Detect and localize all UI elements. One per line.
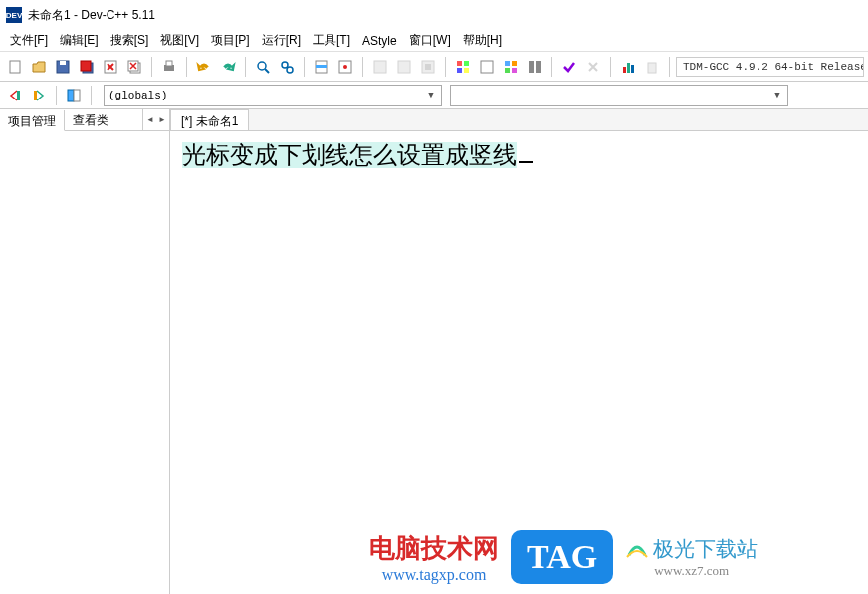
context-toolbar: (globals) ▼ ▼	[0, 82, 868, 109]
toolbar-separator	[304, 57, 305, 77]
toolbar-separator	[151, 57, 152, 77]
aurora-logo-icon	[625, 537, 649, 561]
debug-grid2-button[interactable]	[476, 56, 498, 78]
toolbar-separator	[669, 57, 670, 77]
close-all-button[interactable]	[123, 56, 145, 78]
toolbar-separator	[551, 57, 552, 77]
svg-rect-15	[316, 65, 327, 68]
replace-button[interactable]	[276, 56, 298, 78]
code-editor[interactable]: 光标变成下划线怎么设置成竖线 电脑技术网 www.tagxp.com TAG 极…	[170, 131, 868, 594]
chevron-down-icon: ▼	[769, 88, 785, 103]
menu-file[interactable]: 文件[F]	[4, 30, 54, 51]
goto-button[interactable]	[311, 56, 332, 78]
text-cursor-underscore-icon	[519, 161, 533, 163]
toolbar-separator	[362, 57, 363, 77]
svg-rect-38	[34, 91, 37, 100]
svg-rect-26	[481, 61, 493, 73]
tab-nav-right-icon[interactable]: ►	[156, 115, 168, 124]
new-file-button[interactable]	[4, 56, 26, 78]
member-combo[interactable]: ▼	[450, 85, 788, 106]
debug-grid1-button[interactable]	[452, 56, 474, 78]
bookmark-panel-button[interactable]	[63, 85, 85, 106]
compiler-selector[interactable]: TDM-GCC 4.9.2 64-bit Release	[676, 57, 864, 77]
save-all-button[interactable]	[76, 56, 98, 78]
print-button[interactable]	[158, 56, 180, 78]
menu-view[interactable]: 视图[V]	[154, 30, 205, 51]
debug-stop-button[interactable]	[582, 56, 604, 78]
main-area: 项目管理 查看类 ◄ ► [*] 未命名1 光标变成下划线怎么设置成竖线 电脑技…	[0, 109, 868, 594]
svg-rect-33	[623, 67, 626, 73]
delete-button[interactable]	[641, 56, 663, 78]
toolbar-separator	[91, 86, 92, 105]
profile-button[interactable]	[617, 56, 639, 78]
open-button[interactable]	[28, 56, 50, 78]
watermark-site1-name: 电脑技术网	[369, 531, 499, 566]
undo-button[interactable]	[193, 56, 215, 78]
svg-rect-39	[68, 90, 74, 101]
window-title: 未命名1 - Dev-C++ 5.11	[28, 7, 155, 24]
svg-rect-0	[10, 61, 20, 73]
watermark-site1: 电脑技术网 www.tagxp.com	[369, 531, 499, 584]
file-tab-unnamed1[interactable]: [*] 未命名1	[170, 109, 249, 130]
menu-project[interactable]: 项目[P]	[205, 30, 256, 51]
svg-line-11	[265, 69, 269, 73]
watermark-site1-url: www.tagxp.com	[382, 566, 487, 584]
debug-check-button[interactable]	[558, 56, 580, 78]
menu-bar: 文件[F] 编辑[E] 搜索[S] 视图[V] 项目[P] 运行[R] 工具[T…	[0, 30, 868, 52]
svg-rect-35	[631, 65, 634, 73]
find-button[interactable]	[252, 56, 274, 78]
save-button[interactable]	[52, 56, 74, 78]
svg-rect-27	[505, 61, 510, 66]
svg-rect-37	[17, 91, 20, 100]
svg-rect-21	[425, 64, 431, 70]
close-button[interactable]	[100, 56, 121, 78]
redo-button[interactable]	[217, 56, 239, 78]
debug-grid4-button[interactable]	[524, 56, 545, 78]
file-tabs: [*] 未命名1	[170, 109, 868, 131]
svg-point-17	[343, 65, 347, 69]
watermark-site2-label: 极光下载站	[653, 535, 758, 563]
title-bar: DEV 未命名1 - Dev-C++ 5.11	[0, 0, 868, 30]
svg-rect-32	[536, 61, 541, 73]
svg-rect-40	[74, 90, 80, 101]
menu-tools[interactable]: 工具[T]	[307, 30, 356, 51]
insert-right-button[interactable]	[28, 85, 50, 106]
watermark-overlay: 电脑技术网 www.tagxp.com TAG 极光下载站 www.xz7.co…	[369, 530, 758, 584]
bookmark-button[interactable]	[334, 56, 356, 78]
toolbar-separator	[56, 86, 57, 105]
svg-point-13	[287, 67, 293, 73]
run-button[interactable]	[393, 56, 415, 78]
app-icon: DEV	[6, 7, 22, 23]
menu-run[interactable]: 运行[R]	[256, 30, 307, 51]
menu-edit[interactable]: 编辑[E]	[54, 30, 105, 51]
menu-window[interactable]: 窗口[W]	[403, 30, 457, 51]
menu-help[interactable]: 帮助[H]	[457, 30, 508, 51]
insert-left-button[interactable]	[4, 85, 26, 106]
svg-rect-22	[457, 61, 462, 66]
svg-rect-28	[512, 61, 517, 66]
menu-search[interactable]: 搜索[S]	[105, 30, 155, 51]
side-tab-project[interactable]: 项目管理	[0, 110, 65, 131]
compile-button[interactable]	[369, 56, 391, 78]
side-tab-classview[interactable]: 查看类	[65, 109, 143, 130]
svg-rect-24	[457, 68, 462, 73]
compile-run-button[interactable]	[417, 56, 439, 78]
svg-rect-2	[60, 61, 66, 65]
editor-line-1: 光标变成下划线怎么设置成竖线	[182, 142, 517, 168]
menu-astyle[interactable]: AStyle	[356, 32, 403, 50]
svg-rect-36	[648, 63, 656, 73]
svg-rect-30	[512, 68, 517, 73]
svg-rect-25	[464, 68, 469, 73]
watermark-site2-url: www.xz7.com	[654, 563, 729, 579]
svg-rect-34	[627, 63, 630, 73]
project-tree[interactable]	[0, 131, 169, 594]
watermark-site2: 极光下载站 www.xz7.com	[625, 535, 758, 579]
svg-rect-9	[166, 61, 172, 66]
watermark-tag-badge: TAG	[511, 530, 613, 584]
tab-nav-left-icon[interactable]: ◄	[144, 115, 156, 124]
debug-grid3-button[interactable]	[500, 56, 522, 78]
scope-combo[interactable]: (globals) ▼	[104, 85, 442, 106]
toolbar-separator	[610, 57, 611, 77]
main-toolbar: TDM-GCC 4.9.2 64-bit Release	[0, 52, 868, 82]
svg-rect-4	[81, 61, 91, 71]
